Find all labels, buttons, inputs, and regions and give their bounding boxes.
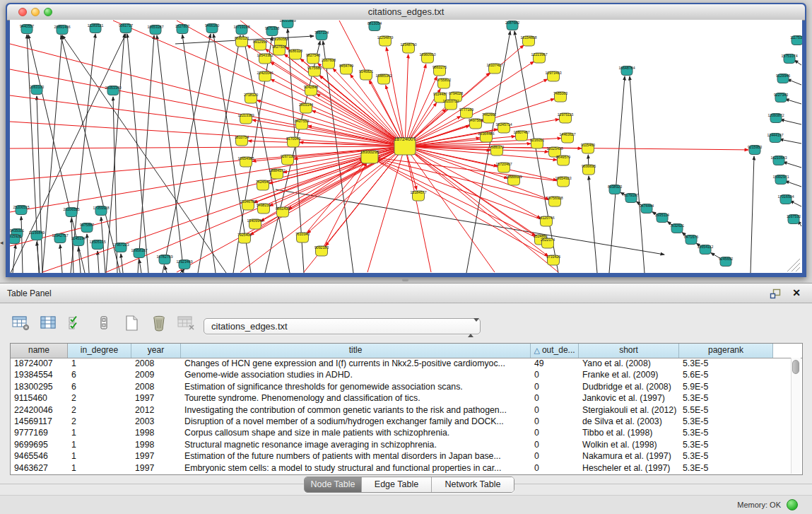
panel-collapse-arrow[interactable]: ◂ bbox=[0, 239, 4, 246]
cell-in_degree[interactable]: 1 bbox=[68, 358, 131, 369]
cell-pagerank[interactable]: 5.6E-5 bbox=[679, 369, 773, 380]
cell-pagerank[interactable]: 5.3E-5 bbox=[679, 439, 773, 450]
cell-name[interactable]: 9463627 bbox=[11, 462, 68, 474]
network-canvas[interactable]: 9440557208914061128352193617171065328715… bbox=[10, 20, 802, 273]
cell-in_degree[interactable]: 2 bbox=[68, 392, 131, 404]
cell-out_de[interactable]: 0 bbox=[531, 381, 579, 392]
cell-out_de[interactable]: 0 bbox=[531, 404, 579, 416]
cell-title[interactable]: Disruption of a novel member of a sodium… bbox=[181, 416, 531, 427]
cell-title[interactable]: Estimation of the future numbers of pati… bbox=[181, 450, 531, 462]
cell-pagerank[interactable]: 5.3E-5 bbox=[679, 427, 773, 438]
cell-name[interactable]: 19384554 bbox=[11, 369, 68, 380]
cell-out_de[interactable]: 0 bbox=[531, 462, 579, 474]
table-row[interactable]: 1456911722003Disruption of a novel membe… bbox=[11, 416, 791, 427]
cell-out_de[interactable]: 0 bbox=[531, 439, 579, 450]
cell-in_degree[interactable]: 1 bbox=[68, 427, 131, 438]
cell-year[interactable]: 2008 bbox=[131, 381, 181, 392]
cell-pagerank[interactable]: 5.3E-5 bbox=[679, 392, 773, 404]
cell-pagerank[interactable]: 5.3E-5 bbox=[679, 450, 773, 462]
column-header-short[interactable]: short bbox=[579, 344, 679, 358]
cell-short[interactable]: Yano et al. (2008) bbox=[579, 358, 679, 369]
cell-title[interactable]: Changes of HCN gene expression and I(f) … bbox=[181, 358, 531, 369]
cell-short[interactable]: Hescheler et al. (1997) bbox=[579, 462, 679, 474]
cell-year[interactable]: 2012 bbox=[131, 404, 181, 416]
cell-short[interactable]: Franke et al. (2009) bbox=[579, 369, 679, 380]
cell-year[interactable]: 2008 bbox=[131, 358, 181, 369]
table-row[interactable]: 1830029562008Estimation of significance … bbox=[11, 381, 791, 392]
apply-checks-button[interactable] bbox=[66, 313, 86, 333]
cell-title[interactable]: Structural magnetic resonance image aver… bbox=[181, 439, 531, 450]
table-row[interactable]: 1938455462009Genome-wide association stu… bbox=[11, 369, 791, 380]
clear-selection-button[interactable] bbox=[94, 313, 114, 333]
cell-name[interactable]: 9777169 bbox=[11, 427, 68, 438]
table-scrollbar-thumb[interactable] bbox=[792, 360, 799, 374]
tab-network-table[interactable]: Network Table bbox=[431, 477, 514, 492]
float-panel-icon[interactable] bbox=[770, 288, 781, 299]
canvas-resize-grip[interactable] bbox=[792, 263, 800, 271]
cell-year[interactable]: 2009 bbox=[131, 369, 181, 380]
table-row[interactable]: 911546021997Tourette syndrome. Phenomeno… bbox=[11, 392, 791, 404]
cell-name[interactable]: 9115460 bbox=[11, 392, 68, 404]
cell-in_degree[interactable]: 6 bbox=[68, 381, 131, 392]
delete-columns-button[interactable] bbox=[149, 313, 169, 333]
tab-node-table[interactable]: Node Table bbox=[305, 477, 361, 492]
cell-out_de[interactable]: 0 bbox=[531, 369, 579, 380]
cell-name[interactable]: 9465546 bbox=[11, 450, 68, 462]
cell-title[interactable]: Corpus callosum shape and size in male p… bbox=[181, 427, 531, 438]
column-header-name[interactable]: name bbox=[11, 344, 68, 358]
canvas-resize-grip[interactable] bbox=[796, 267, 800, 271]
cell-name[interactable]: 18724007 bbox=[11, 358, 68, 369]
cell-title[interactable]: Tourette syndrome. Phenomenology and cla… bbox=[181, 392, 531, 404]
cell-pagerank[interactable]: 5.3E-5 bbox=[679, 358, 773, 369]
cell-short[interactable]: Jankovic et al. (1997) bbox=[579, 392, 679, 404]
cell-name[interactable]: 9699695 bbox=[11, 439, 68, 450]
cell-out_de[interactable]: 0 bbox=[531, 427, 579, 438]
memory-status-indicator[interactable] bbox=[787, 499, 798, 510]
table-row[interactable]: 1872400712008Changes of HCN gene express… bbox=[11, 358, 791, 369]
network-graph[interactable]: 9440557208914061128352193617171065328715… bbox=[10, 20, 802, 273]
table-mode-button[interactable] bbox=[11, 313, 31, 333]
cell-title[interactable]: Embryonic stem cells: a model to study s… bbox=[181, 462, 531, 474]
cell-year[interactable]: 1997 bbox=[131, 392, 181, 404]
column-header-out_de[interactable]: △out_de... bbox=[531, 344, 579, 358]
create-column-button[interactable] bbox=[122, 313, 141, 333]
cell-year[interactable]: 2003 bbox=[131, 416, 181, 427]
close-panel-icon[interactable]: ✕ bbox=[792, 287, 801, 298]
cell-short[interactable]: Nakamura et al. (1997) bbox=[579, 450, 679, 462]
table-row[interactable]: 977716911998Corpus callosum shape and si… bbox=[11, 427, 791, 438]
cell-out_de[interactable]: 0 bbox=[531, 392, 579, 404]
cell-name[interactable]: 14569117 bbox=[11, 416, 68, 427]
cell-out_de[interactable]: 0 bbox=[531, 416, 579, 427]
column-header-year[interactable]: year bbox=[131, 344, 181, 358]
cell-year[interactable]: 1998 bbox=[131, 427, 181, 438]
cell-pagerank[interactable]: 5.3E-5 bbox=[679, 462, 773, 474]
cell-short[interactable]: Dudbridge et al. (2008) bbox=[579, 381, 679, 392]
cell-name[interactable]: 22420046 bbox=[11, 404, 68, 416]
cell-pagerank[interactable]: 5.5E-5 bbox=[679, 404, 773, 416]
cell-in_degree[interactable]: 2 bbox=[68, 404, 131, 416]
table-scrollbar[interactable] bbox=[791, 358, 801, 474]
table-source-select[interactable]: citations_edges.txt bbox=[204, 318, 481, 334]
column-header-pagerank[interactable]: pagerank bbox=[679, 344, 773, 358]
cell-in_degree[interactable]: 6 bbox=[68, 369, 131, 380]
cell-pagerank[interactable]: 5.9E-5 bbox=[679, 381, 773, 392]
cell-in_degree[interactable]: 1 bbox=[68, 439, 131, 450]
cell-short[interactable]: de Silva et al. (2003) bbox=[579, 416, 679, 427]
select-columns-button[interactable] bbox=[39, 313, 59, 333]
cell-short[interactable]: Tibbo et al. (1998) bbox=[579, 427, 679, 438]
cell-title[interactable]: Investigating the contribution of common… bbox=[181, 404, 531, 416]
column-header-title[interactable]: title bbox=[181, 344, 531, 358]
table-row[interactable]: 946554611997Estimation of the future num… bbox=[11, 450, 791, 462]
table-row[interactable]: 2242004622012Investigating the contribut… bbox=[11, 404, 791, 416]
cell-title[interactable]: Estimation of significance thresholds fo… bbox=[181, 381, 531, 392]
cell-name[interactable]: 18300295 bbox=[11, 381, 68, 392]
panel-divider-handle[interactable] bbox=[402, 279, 408, 281]
cell-short[interactable]: Stergiakouli et al. (2012) bbox=[579, 404, 679, 416]
cell-pagerank[interactable]: 5.3E-5 bbox=[679, 416, 773, 427]
cell-year[interactable]: 1997 bbox=[131, 462, 181, 474]
column-header-in_degree[interactable]: in_degree bbox=[68, 344, 131, 358]
cell-in_degree[interactable]: 1 bbox=[68, 462, 131, 474]
table-row[interactable]: 946362711997Embryonic stem cells: a mode… bbox=[11, 462, 791, 474]
cell-year[interactable]: 1997 bbox=[131, 450, 181, 462]
table-row[interactable]: 969969511998Structural magnetic resonanc… bbox=[11, 439, 791, 450]
